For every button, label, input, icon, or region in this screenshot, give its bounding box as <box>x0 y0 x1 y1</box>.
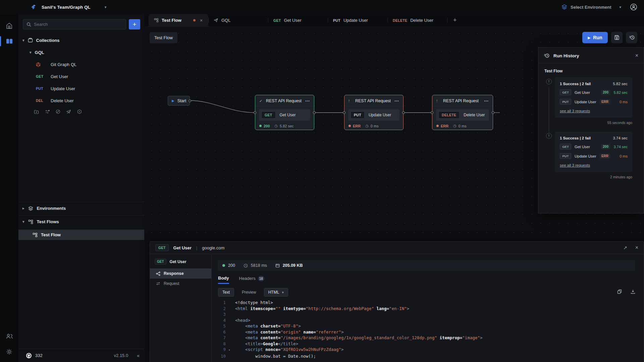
response-tabs: Body Headers18 <box>218 276 644 284</box>
workspace-caret-icon[interactable]: ▾ <box>105 5 107 9</box>
line-number: 10 <box>212 353 228 359</box>
status-dot <box>259 125 262 127</box>
save-button[interactable] <box>611 32 623 43</box>
copy-icon[interactable] <box>617 289 622 295</box>
tab-gql[interactable]: GQL <box>208 14 268 26</box>
view-preview-button[interactable]: Preview <box>237 288 261 297</box>
sidebar-item-update-user[interactable]: PUTUpdate User <box>18 82 144 95</box>
collapse-sidebar-button[interactable]: « <box>137 353 140 358</box>
close-icon[interactable]: × <box>635 53 638 59</box>
tab-delete-user[interactable]: DELETEDelete User <box>387 14 447 26</box>
folder-plus-icon[interactable] <box>34 110 39 114</box>
response-time: 5818 ms <box>251 263 267 268</box>
output-port[interactable] <box>313 111 316 114</box>
input-port[interactable] <box>254 111 256 114</box>
status-badge: 200 <box>601 90 610 95</box>
flow-node-update-user[interactable]: !REST API Request●●●PUTUpdate UserERR◷0 … <box>344 95 404 130</box>
gear-icon[interactable] <box>0 344 18 359</box>
sidebar-item-test-flow[interactable]: Test Flow <box>18 230 144 240</box>
test-flows-section[interactable]: ▾ Test Flows <box>18 215 144 228</box>
line-number: 6 <box>212 329 228 335</box>
response-body-code[interactable]: 1<!doctype html>2<html itemscope="" item… <box>212 300 644 359</box>
line-number: 9 <box>212 347 228 353</box>
folder-gql[interactable]: ▾ GQL <box>18 46 144 58</box>
output-port[interactable] <box>402 111 405 114</box>
duration: 5.82 sec <box>610 90 628 95</box>
github-icon[interactable] <box>26 353 32 359</box>
node-request-chip[interactable]: GETGet User <box>259 109 310 121</box>
request-name: Update User <box>575 154 600 158</box>
view-text-button[interactable]: Text <box>218 288 234 297</box>
method-label: GET <box>273 18 281 22</box>
format-select[interactable]: HTML▾ <box>264 288 288 297</box>
node-request-chip[interactable]: PUTUpdate User <box>348 109 399 121</box>
arrows-swap-icon[interactable] <box>45 110 50 114</box>
home-icon[interactable] <box>0 18 18 34</box>
tab-headers[interactable]: Headers18 <box>239 276 264 284</box>
code-line: 2<html itemscope="" itemtype="http://sch… <box>212 306 644 312</box>
output-port[interactable] <box>492 111 494 114</box>
hexagon-icon[interactable] <box>77 109 82 114</box>
fold-caret-icon[interactable]: ▾ <box>228 347 233 353</box>
close-tab-icon[interactable]: × <box>200 18 203 23</box>
line-number: 1 <box>212 300 228 306</box>
sidebar-item-get-user[interactable]: GETGet User <box>18 70 144 82</box>
drawer-request-item[interactable]: GET Get User <box>150 257 211 268</box>
status-badge: ERR <box>600 154 610 159</box>
collections-nav-icon[interactable] <box>0 34 18 49</box>
node-menu-icon[interactable]: ●●● <box>394 100 399 102</box>
collections-header[interactable]: ▾ Collections <box>18 34 144 46</box>
run-button[interactable]: ▶ Run <box>582 32 608 43</box>
line-number: 4 <box>212 317 228 323</box>
divider: | <box>196 245 197 250</box>
line-number: 3 <box>212 311 228 317</box>
node-menu-icon[interactable]: ●●● <box>305 100 310 102</box>
duration: 3.74 sec <box>610 145 628 149</box>
environments-label: Environments <box>37 206 66 211</box>
tab-body[interactable]: Body <box>218 276 229 284</box>
drawer-tab-response[interactable]: Response <box>150 268 211 279</box>
workspace-title[interactable]: Sanil's Team/Graph QL <box>42 5 91 10</box>
run-summary: 1 Success | 2 fail <box>560 82 591 86</box>
request-name: Update User <box>575 100 600 104</box>
environment-selector[interactable]: Select Environment ▾ <box>561 4 621 10</box>
account-icon[interactable] <box>630 3 637 11</box>
tab-get-user[interactable]: GETGet User <box>268 14 328 26</box>
node-menu-icon[interactable]: ●●● <box>484 100 489 102</box>
download-icon[interactable] <box>631 289 635 295</box>
start-node[interactable]: ▶ Start <box>168 96 190 106</box>
status-code: 200 <box>264 124 270 128</box>
flow-node-delete-user[interactable]: !REST API Request●●●DELETEDelete UserERR… <box>432 95 493 130</box>
sidebar-item-delete-user[interactable]: DELDelete User <box>18 95 144 107</box>
node-request-chip[interactable]: DELETEDelete User <box>436 109 489 121</box>
output-port[interactable] <box>189 100 191 102</box>
close-icon[interactable]: × <box>635 245 638 251</box>
tab-test-flow[interactable]: Test Flow× <box>149 14 208 26</box>
sidebar-item-git-graph-ql[interactable]: Git Graph QL <box>18 58 144 70</box>
new-tab-button[interactable]: + <box>447 14 463 26</box>
start-label: Start <box>177 99 186 103</box>
send-slash-icon[interactable] <box>66 109 71 114</box>
layers-icon <box>561 4 567 10</box>
people-icon[interactable] <box>0 328 18 344</box>
drawer-tab-request[interactable]: Request <box>150 279 211 289</box>
status-dot <box>348 125 351 127</box>
code-line: 1<!doctype html> <box>212 300 644 306</box>
expand-icon[interactable]: ↗ <box>623 245 627 250</box>
clock-slash-icon[interactable] <box>56 109 60 114</box>
environments-section[interactable]: ▸ Environments <box>18 202 144 215</box>
flow-node-get-user[interactable]: ✓REST API Request●●●GETGet User200◷5.82 … <box>255 95 314 130</box>
search-input[interactable] <box>34 22 122 27</box>
run-history-entry: !1 Success | 2 fail3.74 secGETGet User20… <box>555 132 632 179</box>
tab-bar: Test Flow×GQLGETGet UserPUTUpdate UserDE… <box>144 14 644 27</box>
see-all-requests-link[interactable]: see all 3 requests <box>560 109 590 113</box>
tab-update-user[interactable]: PUTUpdate User <box>328 14 387 26</box>
run-request-row: GETGet User2005.82 sec <box>560 89 628 95</box>
run-history-button[interactable] <box>626 32 637 43</box>
add-collection-button[interactable]: + <box>129 19 140 29</box>
fold-gutter <box>228 341 233 347</box>
test-flow-label: Test Flow <box>41 232 61 237</box>
input-port[interactable] <box>343 111 345 114</box>
see-all-requests-link[interactable]: see all 3 requests <box>560 163 590 167</box>
input-port[interactable] <box>431 111 433 114</box>
